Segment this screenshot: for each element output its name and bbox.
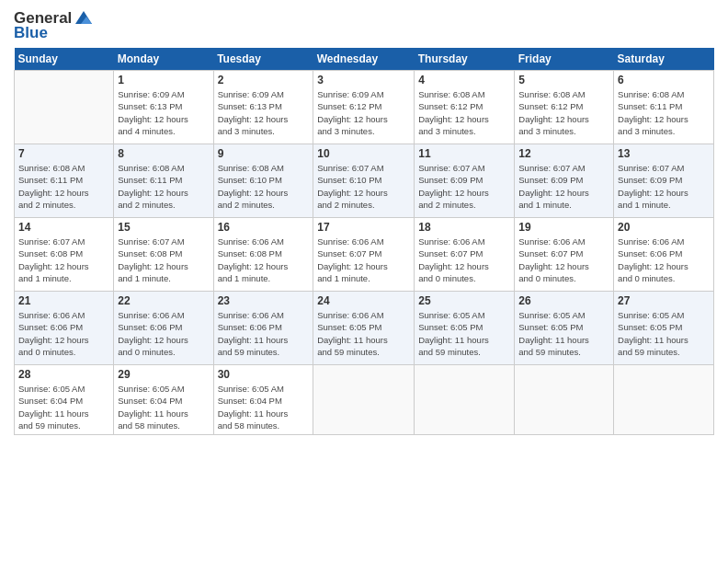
day-number: 13 (618, 147, 710, 160)
page-container: General Blue SundayMondayTuesdayWednesda… (0, 0, 728, 444)
calendar-cell (313, 365, 415, 435)
day-number: 19 (518, 221, 609, 234)
day-info: Sunrise: 6:06 AM Sunset: 6:05 PM Dayligh… (317, 309, 410, 358)
day-number: 3 (317, 74, 410, 86)
day-number: 20 (618, 221, 710, 234)
day-info: Sunrise: 6:05 AM Sunset: 6:04 PM Dayligh… (18, 383, 109, 431)
week-row-2: 7Sunrise: 6:08 AM Sunset: 6:11 PM Daylig… (15, 144, 714, 218)
day-info: Sunrise: 6:06 AM Sunset: 6:08 PM Dayligh… (218, 236, 310, 284)
day-number: 6 (618, 74, 710, 86)
week-row-4: 21Sunrise: 6:06 AM Sunset: 6:06 PM Dayli… (15, 292, 714, 365)
day-info: Sunrise: 6:06 AM Sunset: 6:06 PM Dayligh… (618, 236, 710, 284)
calendar-cell: 11Sunrise: 6:07 AM Sunset: 6:09 PM Dayli… (415, 144, 515, 218)
day-number: 22 (118, 294, 209, 307)
day-number: 24 (317, 294, 410, 307)
day-number: 18 (418, 221, 510, 234)
day-info: Sunrise: 6:07 AM Sunset: 6:10 PM Dayligh… (317, 162, 410, 211)
day-number: 26 (518, 294, 609, 307)
day-info: Sunrise: 6:06 AM Sunset: 6:07 PM Dayligh… (518, 236, 609, 284)
calendar-cell: 13Sunrise: 6:07 AM Sunset: 6:09 PM Dayli… (614, 144, 714, 218)
day-number: 10 (317, 147, 410, 160)
day-number: 7 (18, 147, 109, 160)
calendar-cell: 12Sunrise: 6:07 AM Sunset: 6:09 PM Dayli… (515, 144, 614, 218)
day-number: 12 (518, 147, 609, 160)
day-info: Sunrise: 6:07 AM Sunset: 6:09 PM Dayligh… (618, 162, 710, 211)
day-info: Sunrise: 6:09 AM Sunset: 6:13 PM Dayligh… (218, 88, 310, 137)
day-info: Sunrise: 6:06 AM Sunset: 6:06 PM Dayligh… (218, 309, 310, 358)
weekday-header-saturday: Saturday (614, 48, 714, 71)
calendar-cell: 29Sunrise: 6:05 AM Sunset: 6:04 PM Dayli… (114, 365, 213, 435)
calendar-cell (515, 365, 614, 435)
day-number: 8 (118, 147, 209, 160)
logo: General Blue (14, 9, 94, 42)
day-number: 25 (418, 294, 510, 307)
day-info: Sunrise: 6:06 AM Sunset: 6:06 PM Dayligh… (118, 309, 209, 358)
day-number: 4 (418, 74, 510, 86)
calendar-cell: 9Sunrise: 6:08 AM Sunset: 6:10 PM Daylig… (213, 144, 313, 218)
day-info: Sunrise: 6:09 AM Sunset: 6:12 PM Dayligh… (317, 88, 410, 137)
week-row-3: 14Sunrise: 6:07 AM Sunset: 6:08 PM Dayli… (15, 218, 714, 292)
calendar-cell: 15Sunrise: 6:07 AM Sunset: 6:08 PM Dayli… (114, 218, 213, 292)
calendar-cell: 26Sunrise: 6:05 AM Sunset: 6:05 PM Dayli… (515, 292, 614, 365)
day-number: 2 (218, 74, 310, 86)
calendar-cell: 18Sunrise: 6:06 AM Sunset: 6:07 PM Dayli… (415, 218, 515, 292)
calendar-cell: 10Sunrise: 6:07 AM Sunset: 6:10 PM Dayli… (313, 144, 415, 218)
day-number: 5 (518, 74, 609, 86)
day-info: Sunrise: 6:08 AM Sunset: 6:11 PM Dayligh… (118, 162, 209, 211)
day-number: 27 (618, 294, 710, 307)
day-info: Sunrise: 6:08 AM Sunset: 6:10 PM Dayligh… (218, 162, 310, 211)
calendar-cell: 20Sunrise: 6:06 AM Sunset: 6:06 PM Dayli… (614, 218, 714, 292)
day-info: Sunrise: 6:05 AM Sunset: 6:05 PM Dayligh… (518, 309, 609, 358)
day-number: 17 (317, 221, 410, 234)
calendar-cell: 1Sunrise: 6:09 AM Sunset: 6:13 PM Daylig… (114, 71, 213, 144)
weekday-header-wednesday: Wednesday (313, 48, 415, 71)
calendar-cell: 2Sunrise: 6:09 AM Sunset: 6:13 PM Daylig… (213, 71, 313, 144)
logo-icon (74, 9, 94, 26)
calendar-cell (15, 71, 114, 144)
calendar-cell: 24Sunrise: 6:06 AM Sunset: 6:05 PM Dayli… (313, 292, 415, 365)
weekday-header-thursday: Thursday (415, 48, 515, 71)
day-info: Sunrise: 6:06 AM Sunset: 6:07 PM Dayligh… (317, 236, 410, 284)
day-info: Sunrise: 6:07 AM Sunset: 6:09 PM Dayligh… (418, 162, 510, 211)
week-row-1: 1Sunrise: 6:09 AM Sunset: 6:13 PM Daylig… (15, 71, 714, 144)
day-number: 15 (118, 221, 209, 234)
day-info: Sunrise: 6:08 AM Sunset: 6:12 PM Dayligh… (518, 88, 609, 137)
weekday-header-monday: Monday (114, 48, 213, 71)
calendar-cell: 30Sunrise: 6:05 AM Sunset: 6:04 PM Dayli… (213, 365, 313, 435)
day-info: Sunrise: 6:05 AM Sunset: 6:05 PM Dayligh… (418, 309, 510, 358)
day-number: 29 (118, 368, 209, 381)
day-number: 9 (218, 147, 310, 160)
day-number: 23 (218, 294, 310, 307)
weekday-header-tuesday: Tuesday (213, 48, 313, 71)
day-number: 16 (218, 221, 310, 234)
calendar-cell: 8Sunrise: 6:08 AM Sunset: 6:11 PM Daylig… (114, 144, 213, 218)
day-info: Sunrise: 6:05 AM Sunset: 6:04 PM Dayligh… (218, 383, 310, 431)
calendar-cell: 14Sunrise: 6:07 AM Sunset: 6:08 PM Dayli… (15, 218, 114, 292)
day-info: Sunrise: 6:08 AM Sunset: 6:11 PM Dayligh… (18, 162, 109, 211)
day-number: 30 (218, 368, 310, 381)
weekday-header-friday: Friday (515, 48, 614, 71)
day-info: Sunrise: 6:07 AM Sunset: 6:08 PM Dayligh… (118, 236, 209, 284)
calendar-cell: 6Sunrise: 6:08 AM Sunset: 6:11 PM Daylig… (614, 71, 714, 144)
logo-text-blue: Blue (14, 24, 48, 42)
calendar-cell: 22Sunrise: 6:06 AM Sunset: 6:06 PM Dayli… (114, 292, 213, 365)
day-info: Sunrise: 6:08 AM Sunset: 6:11 PM Dayligh… (618, 88, 710, 137)
calendar-cell: 25Sunrise: 6:05 AM Sunset: 6:05 PM Dayli… (415, 292, 515, 365)
header: General Blue (14, 9, 714, 42)
calendar-cell: 27Sunrise: 6:05 AM Sunset: 6:05 PM Dayli… (614, 292, 714, 365)
day-info: Sunrise: 6:08 AM Sunset: 6:12 PM Dayligh… (418, 88, 510, 137)
calendar-cell: 19Sunrise: 6:06 AM Sunset: 6:07 PM Dayli… (515, 218, 614, 292)
week-row-5: 28Sunrise: 6:05 AM Sunset: 6:04 PM Dayli… (15, 365, 714, 435)
calendar-cell: 7Sunrise: 6:08 AM Sunset: 6:11 PM Daylig… (15, 144, 114, 218)
calendar-cell: 4Sunrise: 6:08 AM Sunset: 6:12 PM Daylig… (415, 71, 515, 144)
weekday-header-sunday: Sunday (15, 48, 114, 71)
day-number: 28 (18, 368, 109, 381)
day-number: 21 (18, 294, 109, 307)
day-info: Sunrise: 6:06 AM Sunset: 6:06 PM Dayligh… (18, 309, 109, 358)
calendar-table: SundayMondayTuesdayWednesdayThursdayFrid… (14, 48, 714, 435)
calendar-cell: 3Sunrise: 6:09 AM Sunset: 6:12 PM Daylig… (313, 71, 415, 144)
calendar-cell: 23Sunrise: 6:06 AM Sunset: 6:06 PM Dayli… (213, 292, 313, 365)
day-info: Sunrise: 6:05 AM Sunset: 6:04 PM Dayligh… (118, 383, 209, 431)
calendar-cell (614, 365, 714, 435)
calendar-cell: 17Sunrise: 6:06 AM Sunset: 6:07 PM Dayli… (313, 218, 415, 292)
